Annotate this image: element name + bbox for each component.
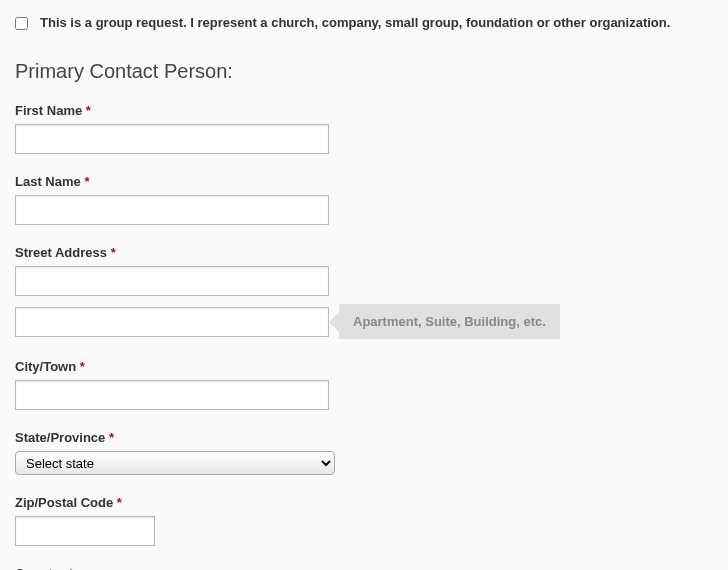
city-group: City/Town * [15,359,713,410]
city-input[interactable] [15,380,329,410]
last-name-input[interactable] [15,195,329,225]
first-name-group: First Name * [15,103,713,154]
first-name-label: First Name * [15,103,713,118]
group-request-label: This is a group request. I represent a c… [40,15,670,30]
required-marker: * [109,430,114,445]
required-marker: * [68,566,73,570]
required-marker: * [111,245,116,260]
city-label-text: City/Town [15,359,76,374]
state-label-text: State/Province [15,430,105,445]
state-group: State/Province * Select state [15,430,713,475]
last-name-group: Last Name * [15,174,713,225]
group-request-checkbox[interactable] [15,17,28,30]
group-request-row: This is a group request. I represent a c… [15,15,713,30]
required-marker: * [86,103,91,118]
street-address-group: Street Address * Apartment, Suite, Build… [15,245,713,339]
country-label-text: Country [15,566,65,570]
street-address-input-1[interactable] [15,266,329,296]
street-address-label-text: Street Address [15,245,107,260]
required-marker: * [117,495,122,510]
first-name-label-text: First Name [15,103,82,118]
last-name-label: Last Name * [15,174,713,189]
first-name-input[interactable] [15,124,329,154]
country-group: Country * United States [15,566,713,570]
country-label: Country * [15,566,713,570]
zip-label-text: Zip/Postal Code [15,495,113,510]
last-name-label-text: Last Name [15,174,81,189]
zip-input[interactable] [15,516,155,546]
city-label: City/Town * [15,359,713,374]
street-address-label: Street Address * [15,245,713,260]
state-select[interactable]: Select state [15,451,335,475]
address-hint: Apartment, Suite, Building, etc. [339,304,560,339]
state-label: State/Province * [15,430,713,445]
required-marker: * [80,359,85,374]
street-address-row-2: Apartment, Suite, Building, etc. [15,304,713,339]
required-marker: * [84,174,89,189]
zip-group: Zip/Postal Code * [15,495,713,546]
zip-label: Zip/Postal Code * [15,495,713,510]
section-title: Primary Contact Person: [15,60,713,83]
street-address-input-2[interactable] [15,307,329,337]
